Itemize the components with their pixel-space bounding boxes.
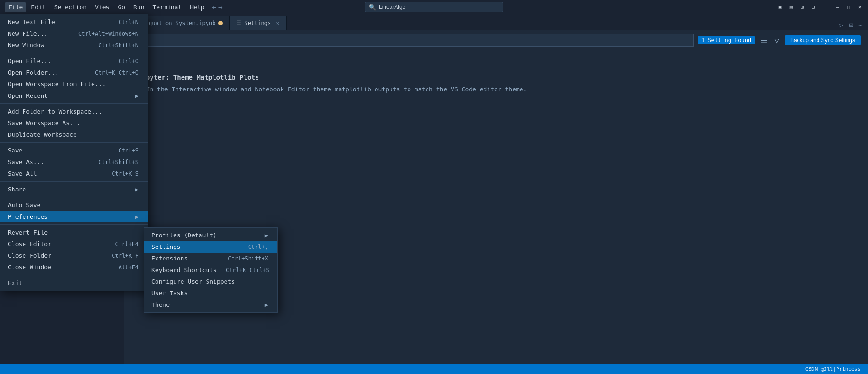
separator-4: [0, 181, 148, 182]
search-right-actions: 1 Setting Found ☰ ▽ Backup and Sync Sett…: [698, 35, 861, 46]
menu-item-label: Save As...: [8, 158, 44, 165]
menu-new-file[interactable]: New File... Ctrl+Alt+Windows+N: [0, 28, 148, 39]
menu-save-workspace[interactable]: Save Workspace As...: [0, 117, 148, 129]
menu-share[interactable]: Share ▶: [0, 184, 148, 195]
menu-item-shortcut: Ctrl+Shift+X: [228, 255, 268, 262]
menu-item-shortcut: Ctrl+K Ctrl+S: [226, 267, 270, 273]
submenu-arrow: ▶: [135, 186, 138, 193]
menu-view[interactable]: View: [91, 2, 113, 12]
menu-selection[interactable]: Selection: [50, 2, 90, 12]
separator-2: [0, 103, 148, 104]
menu-revert-file[interactable]: Revert File: [0, 227, 148, 238]
menu-item-label: Keyboard Shortcuts: [151, 266, 217, 273]
menu-new-text-file[interactable]: New Text File Ctrl+N: [0, 16, 148, 28]
close-btn[interactable]: ✕: [856, 3, 863, 11]
menu-item-shortcut: Ctrl+Shift+S: [98, 159, 138, 165]
dirty-indicator: [218, 21, 223, 25]
menu-item-label: Duplicate Workspace: [8, 131, 77, 138]
separator-7: [0, 275, 148, 275]
layout-btn-4[interactable]: ⊟: [810, 3, 817, 11]
submenu-arrow: ▶: [135, 214, 138, 220]
tabbar-actions: ▷ ⧉ ⋯: [833, 20, 868, 30]
menu-help[interactable]: Help: [186, 2, 208, 12]
layout-btn-1[interactable]: ▣: [776, 3, 784, 11]
more-actions-btn[interactable]: ⋯: [857, 20, 864, 30]
layout-btn-3[interactable]: ⊞: [799, 3, 806, 11]
menu-item-label: Open Workspace from File...: [8, 81, 106, 88]
split-editor-btn[interactable]: ⧉: [847, 20, 855, 30]
menu-edit[interactable]: Edit: [27, 2, 49, 12]
pref-profiles[interactable]: Profiles (Default) ▶: [144, 229, 277, 241]
menu-item-label: Profiles (Default): [151, 232, 217, 239]
pref-settings[interactable]: Settings Ctrl+,: [144, 241, 277, 253]
menu-add-folder[interactable]: Add Folder to Workspace...: [0, 106, 148, 117]
settings-filter-icon[interactable]: ☰: [759, 35, 769, 46]
menu-close-window[interactable]: Close Window Alt+F4: [0, 261, 148, 273]
titlebar-menu: File Edit Selection View Go Run Terminal…: [5, 2, 208, 12]
separator-6: [0, 224, 148, 225]
menu-item-label: Share: [8, 186, 26, 193]
nav-back[interactable]: ←: [212, 3, 216, 12]
titlebar: File Edit Selection View Go Run Terminal…: [0, 0, 868, 14]
menu-exit[interactable]: Exit: [0, 277, 148, 289]
tab-settings[interactable]: ☰ Settings ✕: [230, 16, 286, 30]
search-input[interactable]: [379, 4, 499, 10]
menu-item-shortcut: Ctrl+Shift+N: [98, 42, 138, 49]
menu-item-label: User Tasks: [151, 290, 188, 297]
menu-open-folder[interactable]: Open Folder... Ctrl+K Ctrl+O: [0, 67, 148, 78]
pref-keyboard-shortcuts[interactable]: Keyboard Shortcuts Ctrl+K Ctrl+S: [144, 264, 277, 276]
tab-label-settings: Settings: [244, 20, 271, 26]
menu-item-label: New Text File: [8, 19, 55, 25]
menu-close-editor[interactable]: Close Editor Ctrl+F4: [0, 238, 148, 250]
pref-user-tasks[interactable]: User Tasks: [144, 287, 277, 299]
menu-run[interactable]: Run: [130, 2, 148, 12]
setting-description: ✓ In the Interactive window and Notebook…: [138, 85, 854, 94]
settings-panel: 1 Setting Found ☰ ▽ Backup and Sync Sett…: [22, 30, 868, 374]
layout-btn-2[interactable]: ▤: [787, 3, 795, 11]
backup-sync-button[interactable]: Backup and Sync Settings: [785, 35, 861, 45]
submenu-arrow: ▶: [135, 93, 138, 99]
menu-close-folder[interactable]: Close Folder Ctrl+K F: [0, 250, 148, 261]
menu-terminal[interactable]: Terminal: [149, 2, 186, 12]
menu-open-recent[interactable]: Open Recent ▶: [0, 90, 148, 101]
menu-save-as[interactable]: Save As... Ctrl+Shift+S: [0, 156, 148, 168]
tab-close-settings[interactable]: ✕: [276, 19, 279, 27]
menu-preferences[interactable]: Preferences ▶: [0, 211, 148, 222]
status-bar: CSDN @Jll|Princess: [0, 364, 868, 374]
setting-title: Jupyter: Theme Matplotlib Plots: [138, 74, 854, 81]
menu-item-shortcut: Ctrl+N: [119, 19, 138, 25]
menu-go[interactable]: Go: [114, 2, 129, 12]
run-btn[interactable]: ▷: [837, 20, 844, 30]
separator-1: [0, 53, 148, 53]
menu-open-file[interactable]: Open File... Ctrl+O: [0, 55, 148, 67]
menu-item-shortcut: Ctrl+K Ctrl+O: [95, 70, 138, 76]
menu-item-label: Auto Save: [8, 202, 40, 209]
menu-save[interactable]: Save Ctrl+S: [0, 145, 148, 156]
menu-duplicate-workspace[interactable]: Duplicate Workspace: [0, 129, 148, 140]
nav-forward[interactable]: →: [218, 3, 223, 12]
settings-tab-icon: ☰: [236, 20, 241, 26]
menu-file[interactable]: File: [5, 2, 26, 12]
menu-open-workspace[interactable]: Open Workspace from File...: [0, 78, 148, 90]
maximize-btn[interactable]: □: [845, 3, 852, 11]
file-menu: New Text File Ctrl+N New File... Ctrl+Al…: [0, 14, 148, 291]
menu-item-label: Add Folder to Workspace...: [8, 108, 102, 115]
pref-extensions[interactable]: Extensions Ctrl+Shift+X: [144, 253, 277, 264]
menu-item-shortcut: Ctrl+S: [119, 147, 138, 154]
settings-search-bar: 1 Setting Found ☰ ▽ Backup and Sync Sett…: [22, 30, 868, 51]
submenu-arrow: ▶: [265, 232, 268, 239]
menu-item-label: Settings: [151, 243, 181, 250]
menu-item-shortcut: Ctrl+K F: [112, 253, 138, 259]
setting-desc-text: In the Interactive window and Notebook E…: [146, 86, 527, 93]
menu-item-label: Save Workspace As...: [8, 120, 81, 127]
minimize-btn[interactable]: —: [834, 3, 841, 11]
menu-item-shortcut: Ctrl+K S: [112, 171, 138, 177]
pref-theme[interactable]: Theme ▶: [144, 299, 277, 311]
menu-save-all[interactable]: Save All Ctrl+K S: [0, 168, 148, 179]
menu-item-label: Preferences: [8, 213, 48, 220]
menu-new-window[interactable]: New Window Ctrl+Shift+N: [0, 39, 148, 51]
pref-user-snippets[interactable]: Configure User Snippets: [144, 276, 277, 287]
menu-item-label: Configure User Snippets: [151, 278, 235, 285]
menu-auto-save[interactable]: Auto Save: [0, 199, 148, 211]
settings-funnel-icon[interactable]: ▽: [773, 35, 781, 46]
